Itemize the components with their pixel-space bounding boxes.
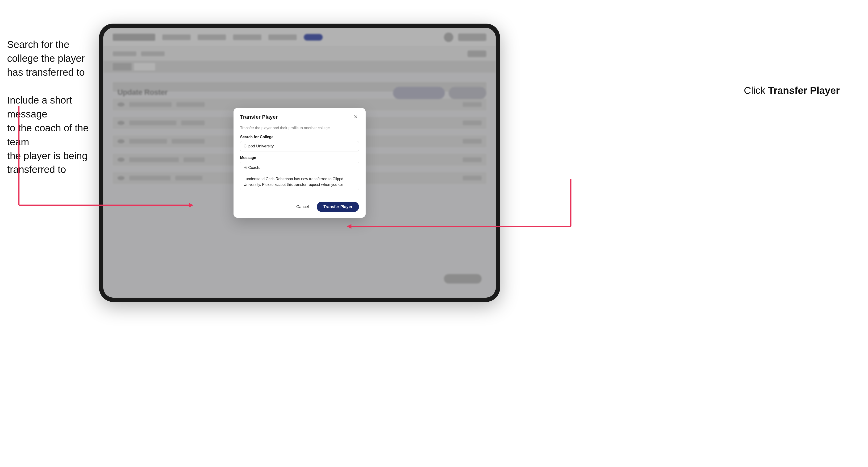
modal-header: Transfer Player ✕ — [234, 108, 366, 124]
annotation-right: Click Transfer Player — [744, 85, 840, 96]
modal-footer: Cancel Transfer Player — [234, 198, 366, 218]
message-textarea[interactable]: Hi Coach, I understand Chris Robertson h… — [240, 162, 359, 190]
transfer-player-modal: Transfer Player ✕ Transfer the player an… — [234, 108, 366, 218]
tablet-screen: Update Roster Transfer Player ✕ Transfer… — [103, 28, 496, 298]
modal-body: Transfer the player and their profile to… — [234, 124, 366, 198]
message-label: Message — [240, 156, 359, 160]
cancel-button[interactable]: Cancel — [292, 202, 313, 212]
modal-overlay: Transfer Player ✕ Transfer the player an… — [103, 28, 496, 298]
annotation-left-top: Search for the college the player has tr… — [7, 38, 97, 191]
transfer-player-button[interactable]: Transfer Player — [317, 201, 359, 212]
annotation-search-text: Search for the college the player has tr… — [7, 38, 97, 79]
search-college-label: Search for College — [240, 135, 359, 139]
modal-description: Transfer the player and their profile to… — [240, 126, 359, 130]
search-college-input[interactable] — [240, 141, 359, 151]
annotation-message-text: Include a short messageto the coach of t… — [7, 93, 97, 177]
modal-close-button[interactable]: ✕ — [352, 114, 359, 120]
annotation-transfer-label: Transfer Player — [768, 85, 840, 96]
tablet-device: Update Roster Transfer Player ✕ Transfer… — [99, 24, 500, 302]
modal-title: Transfer Player — [240, 114, 278, 120]
